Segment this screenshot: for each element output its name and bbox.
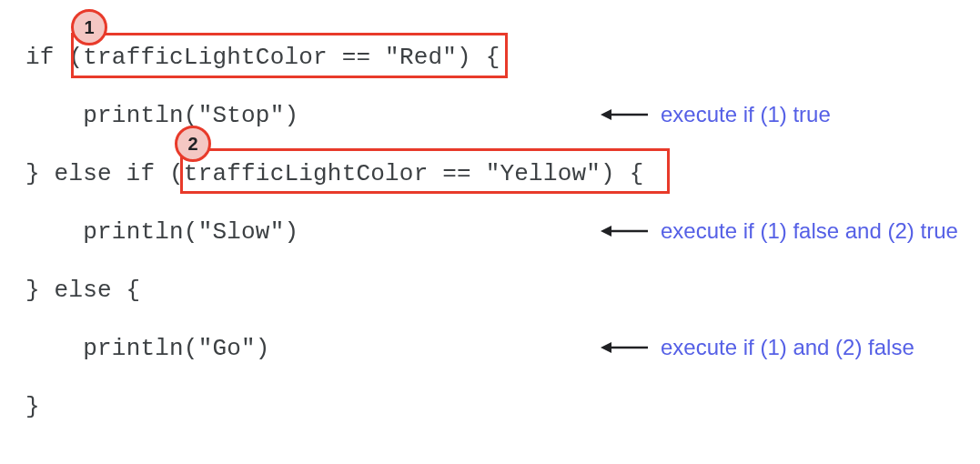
code-line-2: println("Stop") xyxy=(25,104,644,127)
kw-else-if: } else if xyxy=(25,160,169,187)
code-line-5: } else { xyxy=(25,278,644,302)
cond-2: (trafficLightColor == "Yellow") xyxy=(169,160,615,187)
arrow-left-icon xyxy=(601,340,648,355)
arrow-left-icon xyxy=(601,107,648,122)
badge-2: 2 xyxy=(175,126,211,162)
brace-close: } xyxy=(25,393,40,420)
kw-if: if xyxy=(25,44,68,71)
svg-marker-5 xyxy=(601,342,611,353)
annotation-1-text: execute if (1) true xyxy=(661,102,831,127)
code-line-6: println("Go") xyxy=(25,337,644,360)
cond-1: (trafficLightColor == "Red") xyxy=(68,44,470,71)
svg-marker-1 xyxy=(601,109,611,120)
badge-2-label: 2 xyxy=(187,134,197,155)
code-block: if (trafficLightColor == "Red") { printl… xyxy=(25,45,644,453)
annotation-3-text: execute if (1) and (2) false xyxy=(661,335,914,360)
arrow-left-icon xyxy=(601,224,648,238)
badge-1-label: 1 xyxy=(84,17,94,38)
stmt-slow: println("Slow") xyxy=(83,218,298,246)
code-line-7: } xyxy=(25,395,644,419)
annotation-1: execute if (1) true xyxy=(601,102,831,127)
brace-open-1: { xyxy=(471,44,500,71)
code-line-4: println("Slow") xyxy=(25,220,644,244)
code-line-1: if (trafficLightColor == "Red") { xyxy=(25,45,644,69)
code-line-3: } else if (trafficLightColor == "Yellow"… xyxy=(25,162,644,186)
stmt-go: println("Go") xyxy=(83,335,269,362)
badge-1: 1 xyxy=(71,9,107,45)
annotation-2-text: execute if (1) false and (2) true xyxy=(661,218,958,244)
brace-open-2: { xyxy=(615,160,644,187)
annotation-3: execute if (1) and (2) false xyxy=(601,335,914,360)
svg-marker-3 xyxy=(601,226,611,237)
kw-else: } else { xyxy=(25,277,140,304)
annotation-2: execute if (1) false and (2) true xyxy=(601,218,958,244)
